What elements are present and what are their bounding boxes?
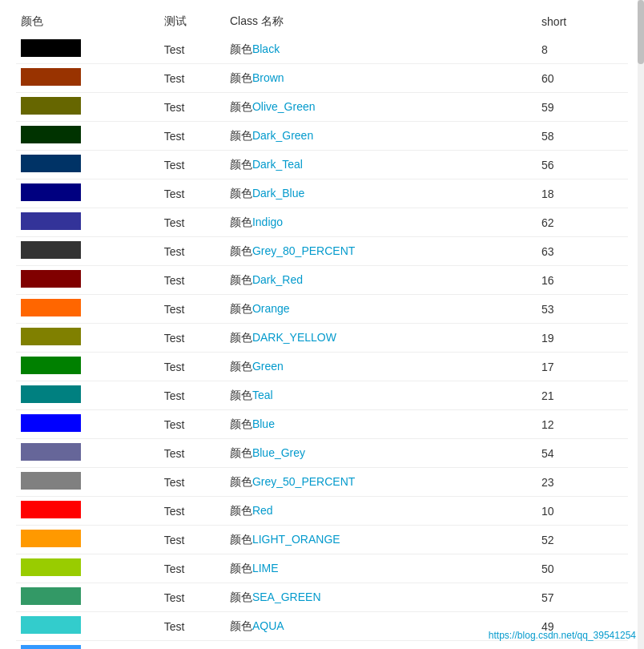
color-swatch <box>21 443 81 461</box>
color-swatch-cell <box>16 266 159 295</box>
test-cell: Test <box>159 353 225 381</box>
short-cell: 19 <box>517 324 628 353</box>
classname-prefix: 颜色 <box>230 533 252 546</box>
table-row: Test 颜色Dark_Green58 <box>16 122 628 151</box>
color-swatch <box>21 530 81 547</box>
color-swatch <box>21 328 81 345</box>
test-cell: Test <box>159 64 225 93</box>
test-cell: Test <box>159 266 225 295</box>
short-cell: 8 <box>517 35 628 64</box>
table-row: Test 颜色Green17 <box>16 353 628 381</box>
color-swatch-cell <box>16 583 159 612</box>
short-cell: 57 <box>517 583 628 612</box>
color-swatch-cell <box>16 295 159 324</box>
classname-value: DARK_YELLOW <box>252 331 336 344</box>
table-row: Test 颜色Brown60 <box>16 64 628 93</box>
classname-cell: 颜色Grey_80_PERCENT <box>225 237 517 266</box>
table-row: Test 颜色Dark_Blue18 <box>16 179 628 208</box>
short-cell: 56 <box>517 151 628 179</box>
test-cell: Test <box>159 35 225 64</box>
watermark-text: https://blog.csdn.net/qq_39541254 <box>489 630 636 641</box>
table-row: Test 颜色Grey_80_PERCENT63 <box>16 237 628 266</box>
color-swatch-cell <box>16 410 159 439</box>
classname-value: Dark_Blue <box>252 187 304 200</box>
color-swatch-cell <box>16 554 159 583</box>
table-row: Test 颜色Orange53 <box>16 295 628 324</box>
table-header-row: 颜色 测试 Class 名称 short <box>16 8 628 35</box>
classname-prefix: 颜色 <box>230 591 252 603</box>
classname-value: Dark_Teal <box>252 158 303 171</box>
classname-cell: 颜色Blue <box>225 410 517 439</box>
classname-prefix: 颜色 <box>230 158 252 171</box>
short-cell: 12 <box>517 410 628 439</box>
color-swatch <box>21 385 81 403</box>
short-cell: 50 <box>517 554 628 583</box>
classname-prefix: 颜色 <box>230 129 252 142</box>
classname-prefix: 颜色 <box>230 475 252 488</box>
classname-value: Black <box>252 42 280 55</box>
color-swatch <box>21 270 81 288</box>
classname-prefix: 颜色 <box>230 504 252 517</box>
classname-prefix: 颜色 <box>230 42 252 55</box>
table-row: Test 颜色Teal21 <box>16 381 628 410</box>
classname-cell: 颜色Brown <box>225 64 517 93</box>
short-cell: 52 <box>517 526 628 554</box>
short-cell: 21 <box>517 381 628 410</box>
header-short: short <box>517 8 628 35</box>
scrollbar[interactable] <box>638 0 644 649</box>
classname-prefix: 颜色 <box>230 331 252 344</box>
table-row: Test 颜色Red10 <box>16 497 628 526</box>
short-cell: 23 <box>517 468 628 497</box>
classname-prefix: 颜色 <box>230 389 252 401</box>
header-color: 颜色 <box>16 8 159 35</box>
classname-prefix: 颜色 <box>230 100 252 113</box>
classname-value: Dark_Red <box>252 273 303 286</box>
short-cell: 58 <box>517 122 628 151</box>
short-cell: 63 <box>517 237 628 266</box>
classname-value: SEA_GREEN <box>252 591 321 603</box>
classname-cell: 颜色Dark_Red <box>225 266 517 295</box>
classname-value: LIME <box>252 562 279 574</box>
color-swatch <box>21 241 81 259</box>
classname-cell: 颜色Green <box>225 353 517 381</box>
color-swatch-cell <box>16 122 159 151</box>
color-table: 颜色 测试 Class 名称 short Test 颜色Black8Test 颜… <box>16 8 628 649</box>
table-container: 颜色 测试 Class 名称 short Test 颜色Black8Test 颜… <box>0 0 644 649</box>
test-cell: Test <box>159 381 225 410</box>
classname-cell: 颜色Dark_Blue <box>225 179 517 208</box>
classname-value: Dark_Green <box>252 129 313 142</box>
test-cell: Test <box>159 554 225 583</box>
color-swatch <box>21 472 81 490</box>
color-swatch-cell <box>16 381 159 410</box>
classname-cell: 颜色Indigo <box>225 208 517 237</box>
classname-cell: 颜色Dark_Green <box>225 122 517 151</box>
short-cell: 10 <box>517 497 628 526</box>
color-swatch <box>21 558 81 576</box>
table-row: Test 颜色Dark_Teal56 <box>16 151 628 179</box>
scroll-thumb[interactable] <box>638 0 644 64</box>
classname-value: Grey_50_PERCENT <box>252 475 355 488</box>
color-swatch <box>21 39 81 57</box>
color-swatch-cell <box>16 353 159 381</box>
table-row: Test 颜色Blue12 <box>16 410 628 439</box>
short-cell: 48 <box>517 641 628 650</box>
classname-value: Green <box>252 360 284 373</box>
color-swatch <box>21 68 81 86</box>
classname-value: Orange <box>252 302 290 315</box>
classname-value: Blue <box>252 417 275 430</box>
color-swatch-cell <box>16 35 159 64</box>
color-swatch-cell <box>16 526 159 554</box>
test-cell: Test <box>159 237 225 266</box>
classname-cell: 颜色SEA_GREEN <box>225 583 517 612</box>
color-swatch <box>21 212 81 230</box>
classname-value: AQUA <box>252 619 284 632</box>
color-swatch <box>21 183 81 201</box>
test-cell: Test <box>159 497 225 526</box>
classname-cell: 颜色Blue_Grey <box>225 439 517 468</box>
classname-cell: 颜色AQUA <box>225 612 517 641</box>
table-row: Test 颜色DARK_YELLOW19 <box>16 324 628 353</box>
color-swatch <box>21 587 81 605</box>
classname-cell: 颜色Black <box>225 35 517 64</box>
color-swatch-cell <box>16 208 159 237</box>
classname-value: Brown <box>252 71 284 84</box>
